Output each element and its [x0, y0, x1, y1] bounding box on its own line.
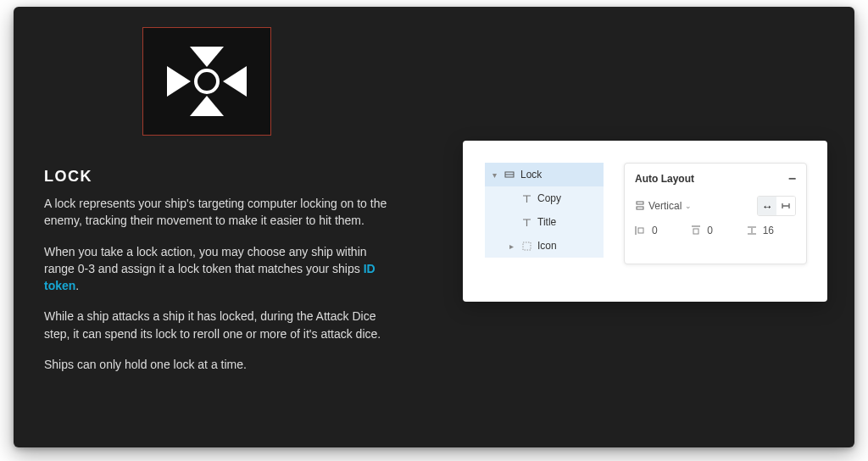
inspector-title: Auto Layout: [635, 173, 694, 185]
direction-field[interactable]: Vertical ⌄: [635, 200, 692, 212]
layer-row-lock[interactable]: ▾ Lock: [485, 163, 604, 186]
paragraph-2b: .: [75, 279, 79, 292]
lock-icon-frame: [142, 27, 271, 136]
layer-label: Copy: [537, 192, 604, 204]
inspector-header: Auto Layout −: [635, 172, 796, 186]
svg-marker-0: [190, 47, 224, 67]
chevron-down-icon: ⌄: [685, 202, 692, 210]
text-icon: [520, 218, 532, 227]
paragraph-2: When you take a lock action, you may cho…: [44, 243, 400, 295]
svg-rect-16: [693, 229, 698, 234]
vertical-stack-icon: [635, 201, 645, 211]
horizontal-arrow-icon[interactable]: ↔: [758, 197, 776, 215]
lock-title: LOCK: [44, 168, 92, 186]
svg-rect-14: [638, 228, 643, 233]
padding-horizontal-field[interactable]: 0: [635, 225, 685, 236]
svg-marker-3: [223, 66, 247, 97]
direction-toggle: ↔: [757, 196, 796, 216]
layer-label: Icon: [537, 240, 604, 252]
padding-v-icon: [690, 225, 702, 236]
auto-layout-inspector: Auto Layout − Vertical ⌄ ↔: [624, 163, 807, 264]
svg-point-4: [196, 70, 218, 92]
svg-marker-1: [190, 96, 224, 116]
svg-rect-9: [637, 207, 643, 209]
collapse-icon[interactable]: −: [788, 172, 796, 186]
svg-marker-2: [167, 66, 191, 97]
figma-panel: ▾ Lock Copy Title ▸: [463, 141, 827, 302]
spacing-grid: 0 0 16: [635, 225, 796, 236]
lock-crosshair-icon: [160, 42, 253, 121]
paragraph-1: A lock represents your ship's targeting …: [44, 195, 400, 230]
spacing-value: 16: [763, 225, 774, 236]
item-spacing-field[interactable]: 16: [746, 225, 796, 236]
spacing-icon: [746, 225, 758, 236]
paragraph-2a: When you take a lock action, you may cho…: [44, 245, 367, 275]
paragraph-3: While a ship attacks a ship it has locke…: [44, 308, 400, 342]
svg-rect-7: [523, 242, 531, 250]
text-icon: [520, 194, 532, 203]
layer-row-copy[interactable]: Copy: [485, 186, 604, 210]
layer-row-title[interactable]: Title: [485, 210, 604, 234]
chevron-right-icon: ▸: [507, 242, 515, 251]
direction-row: Vertical ⌄ ↔: [635, 196, 796, 216]
padding-vertical-field[interactable]: 0: [690, 225, 740, 236]
padding-h-value: 0: [652, 225, 658, 236]
layers-panel: ▾ Lock Copy Title ▸: [485, 163, 604, 258]
paragraph-4: Ships can only hold one lock at a time.: [44, 356, 400, 373]
group-icon: [520, 242, 532, 251]
layer-row-icon[interactable]: ▸ Icon: [485, 234, 604, 258]
lock-body: A lock represents your ship's targeting …: [44, 195, 400, 386]
document-card: LOCK A lock represents your ship's targe…: [14, 7, 854, 447]
layer-label: Title: [537, 216, 604, 228]
direction-label: Vertical: [648, 200, 682, 212]
layer-label: Lock: [520, 169, 604, 181]
padding-v-value: 0: [707, 225, 713, 236]
vertical-bar-icon[interactable]: [776, 197, 795, 215]
padding-h-icon: [635, 225, 647, 236]
frame-icon: [504, 169, 515, 180]
svg-rect-8: [637, 202, 643, 204]
chevron-down-icon: ▾: [490, 170, 498, 180]
